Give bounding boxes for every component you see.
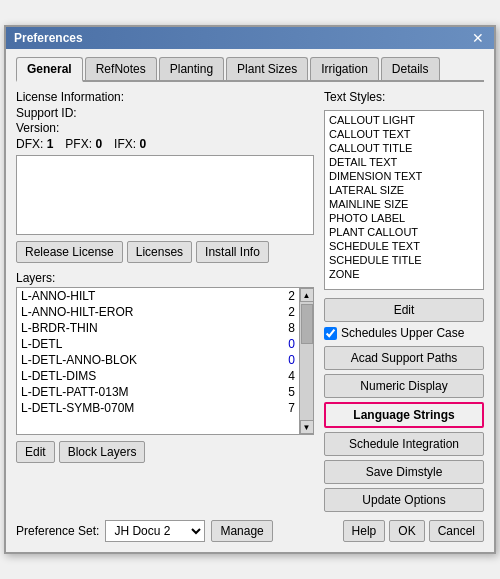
list-item[interactable]: PLANT CALLOUT (327, 225, 481, 239)
language-strings-button[interactable]: Language Strings (324, 402, 484, 428)
list-item[interactable]: CALLOUT TEXT (327, 127, 481, 141)
numeric-display-button[interactable]: Numeric Display (324, 374, 484, 398)
manage-button[interactable]: Manage (211, 520, 272, 542)
help-button[interactable]: Help (343, 520, 386, 542)
version-label: Version: (16, 121, 314, 135)
schedules-upper-case-row: Schedules Upper Case (324, 326, 484, 340)
install-info-button[interactable]: Install Info (196, 241, 269, 263)
list-item[interactable]: LATERAL SIZE (327, 183, 481, 197)
license-buttons: Release License Licenses Install Info (16, 241, 314, 263)
list-item[interactable]: CALLOUT TITLE (327, 141, 481, 155)
release-license-button[interactable]: Release License (16, 241, 123, 263)
edit-layers-button[interactable]: Edit (16, 441, 55, 463)
save-dimstyle-button[interactable]: Save Dimstyle (324, 460, 484, 484)
list-item[interactable]: SCHEDULE TITLE (327, 253, 481, 267)
support-id-label: Support ID: (16, 106, 314, 120)
close-button[interactable]: ✕ (470, 31, 486, 45)
edit-styles-button[interactable]: Edit (324, 298, 484, 322)
tab-details[interactable]: Details (381, 57, 440, 80)
update-options-button[interactable]: Update Options (324, 488, 484, 512)
list-item[interactable]: CALLOUT LIGHT (327, 113, 481, 127)
schedule-integration-button[interactable]: Schedule Integration (324, 432, 484, 456)
dfx-row: DFX: 1 PFX: 0 IFX: 0 (16, 137, 314, 151)
table-row: L-DETL-ANNO-BLOK 0 (17, 352, 299, 368)
table-row: L-DETL-DIMS 4 (17, 368, 299, 384)
window-title: Preferences (14, 31, 83, 45)
tab-refnotes[interactable]: RefNotes (85, 57, 157, 80)
schedules-upper-case-label: Schedules Upper Case (341, 326, 464, 340)
bottom-section: Preference Set: JH Docu 2 Manage Help OK… (16, 520, 484, 542)
licenses-button[interactable]: Licenses (127, 241, 192, 263)
list-item[interactable]: PHOTO LABEL (327, 211, 481, 225)
tab-bar: General RefNotes Planting Plant Sizes Ir… (16, 57, 484, 82)
scroll-down-arrow[interactable]: ▼ (300, 420, 314, 434)
layers-list: L-ANNO-HILT 2 L-ANNO-HILT-EROR 2 L-BRDR-… (17, 288, 299, 434)
layers-buttons: Edit Block Layers (16, 441, 314, 463)
title-bar: Preferences ✕ (6, 27, 494, 49)
list-item[interactable]: ZONE (327, 267, 481, 281)
acad-support-button[interactable]: Acad Support Paths (324, 346, 484, 370)
list-item[interactable]: DETAIL TEXT (327, 155, 481, 169)
block-layers-button[interactable]: Block Layers (59, 441, 146, 463)
preferences-window: Preferences ✕ General RefNotes Planting … (4, 25, 496, 554)
ifx-field: IFX: 0 (114, 137, 146, 151)
table-row: L-DETL-PATT-013M 5 (17, 384, 299, 400)
bottom-right-buttons: Help OK Cancel (343, 520, 484, 542)
license-text-area (16, 155, 314, 235)
list-item[interactable]: MAINLINE SIZE (327, 197, 481, 211)
pfx-field: PFX: 0 (65, 137, 102, 151)
layers-scrollbar[interactable]: ▲ ▼ (299, 288, 313, 434)
preference-set-label: Preference Set: (16, 524, 99, 538)
table-row: L-ANNO-HILT 2 (17, 288, 299, 304)
list-item[interactable]: SCHEDULE TEXT (327, 239, 481, 253)
table-row: L-BRDR-THIN 8 (17, 320, 299, 336)
tab-general[interactable]: General (16, 57, 83, 82)
list-item[interactable]: DIMENSION TEXT (327, 169, 481, 183)
tab-irrigation[interactable]: Irrigation (310, 57, 379, 80)
scroll-thumb[interactable] (301, 304, 313, 344)
text-styles-label: Text Styles: (324, 90, 484, 104)
layers-label: Layers: (16, 271, 314, 285)
license-info-label: License Information: (16, 90, 314, 104)
cancel-button[interactable]: Cancel (429, 520, 484, 542)
ok-button[interactable]: OK (389, 520, 424, 542)
table-row: L-ANNO-HILT-EROR 2 (17, 304, 299, 320)
tab-plant-sizes[interactable]: Plant Sizes (226, 57, 308, 80)
schedules-upper-case-checkbox[interactable] (324, 327, 337, 340)
layers-container: L-ANNO-HILT 2 L-ANNO-HILT-EROR 2 L-BRDR-… (16, 287, 314, 435)
table-row: L-DETL-SYMB-070M 7 (17, 400, 299, 416)
tab-planting[interactable]: Planting (159, 57, 224, 80)
preference-set-select[interactable]: JH Docu 2 (105, 520, 205, 542)
table-row: L-DETL 0 (17, 336, 299, 352)
dfx-field: DFX: 1 (16, 137, 53, 151)
right-buttons: Acad Support Paths Numeric Display Langu… (324, 346, 484, 512)
scroll-up-arrow[interactable]: ▲ (300, 288, 314, 302)
text-styles-list[interactable]: CALLOUT LIGHT CALLOUT TEXT CALLOUT TITLE… (324, 110, 484, 290)
